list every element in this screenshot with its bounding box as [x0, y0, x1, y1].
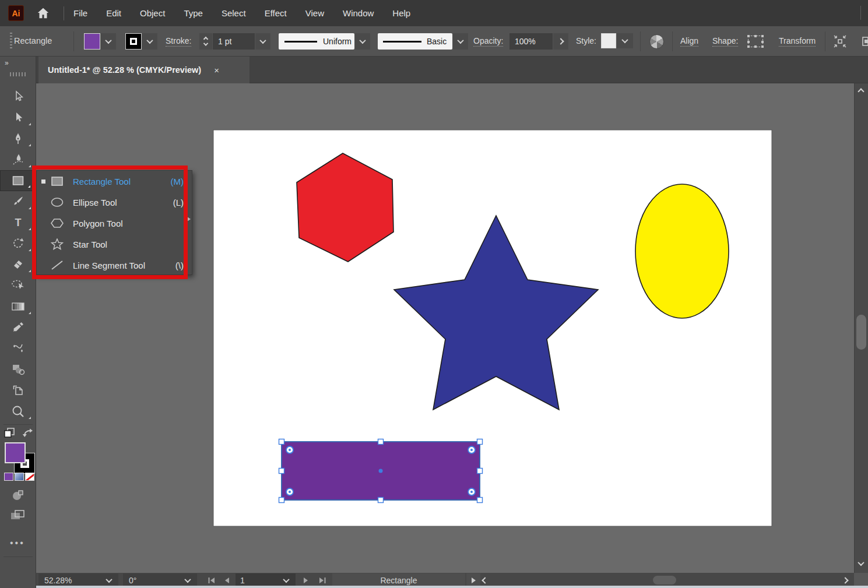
- shape-ellipse[interactable]: [635, 184, 729, 318]
- shape-properties-icon[interactable]: [748, 36, 763, 47]
- flyout-tearoff-arrow-icon[interactable]: [187, 217, 191, 221]
- home-icon[interactable]: [36, 6, 51, 21]
- scroll-down-icon[interactable]: [858, 559, 864, 566]
- current-tool-marker: [41, 179, 45, 184]
- brush-definition-select[interactable]: Basic: [378, 33, 452, 50]
- panel-grip[interactable]: [10, 33, 12, 50]
- tool-rotate[interactable]: [0, 233, 36, 254]
- none-mode-swatch[interactable]: [25, 473, 34, 481]
- stroke-color-swatch[interactable]: [125, 33, 142, 50]
- separator: [73, 31, 74, 51]
- vertical-scroll-thumb[interactable]: [856, 315, 866, 350]
- menu-select[interactable]: Select: [212, 0, 255, 26]
- flyout-item-star-tool[interactable]: Star Tool: [37, 234, 192, 255]
- chevron-down-icon: [203, 41, 208, 45]
- toolbar: » T: [0, 57, 36, 588]
- line-segment-tool-icon: [51, 259, 66, 271]
- menu-effect[interactable]: Effect: [255, 0, 296, 26]
- draw-mode-button[interactable]: [11, 489, 25, 502]
- flyout-item-polygon-tool[interactable]: Polygon Tool: [37, 213, 192, 234]
- tool-gradient[interactable]: [0, 296, 36, 317]
- separator: [640, 31, 641, 51]
- vertical-scrollbar[interactable]: [854, 83, 868, 573]
- toolbar-divider: [3, 424, 33, 425]
- flyout-item-ellipse-tool[interactable]: Ellipse Tool (L): [37, 192, 192, 213]
- control-bar: Rectangle Stroke: 1 pt Uniform Basic Opa…: [0, 26, 868, 57]
- scroll-right-icon[interactable]: [842, 577, 848, 583]
- color-mode-swatch[interactable]: [4, 473, 13, 481]
- tool-type[interactable]: T: [0, 212, 36, 233]
- stroke-color-dropdown[interactable]: [142, 33, 157, 50]
- toolbar-expand-icon[interactable]: »: [5, 59, 8, 67]
- scroll-up-icon[interactable]: [858, 88, 864, 94]
- shape-label[interactable]: Shape:: [712, 36, 738, 47]
- fill-indicator[interactable]: [5, 442, 26, 463]
- brush-value: Basic: [427, 37, 447, 46]
- style-dropdown[interactable]: [617, 33, 633, 48]
- stroke-weight-dropdown[interactable]: [255, 33, 270, 50]
- menu-type[interactable]: Type: [174, 0, 212, 26]
- align-button[interactable]: Align: [680, 36, 698, 47]
- chevron-down-icon: [146, 37, 153, 44]
- tool-rectangle[interactable]: [0, 170, 36, 191]
- tool-curvature[interactable]: [0, 149, 36, 170]
- tool-zoom[interactable]: [0, 401, 36, 422]
- transform-button[interactable]: Transform: [779, 36, 816, 47]
- default-fill-stroke-icon[interactable]: [3, 427, 16, 439]
- width-profile-value: Uniform: [323, 37, 352, 46]
- tool-lasso-select[interactable]: [0, 275, 36, 296]
- menu-object[interactable]: Object: [131, 0, 174, 26]
- recolor-artwork-icon[interactable]: [649, 34, 664, 49]
- menu-edit[interactable]: Edit: [97, 0, 131, 26]
- app-logo-icon[interactable]: Ai: [8, 5, 24, 21]
- menu-help[interactable]: Help: [383, 0, 420, 26]
- tool-direct-selection[interactable]: [0, 107, 36, 128]
- chevron-down-icon: [359, 37, 366, 44]
- stroke-weight-field[interactable]: 1 pt: [213, 33, 255, 50]
- menu-window[interactable]: Window: [333, 0, 383, 26]
- style-swatch[interactable]: [601, 33, 616, 48]
- flyout-item-rectangle-tool[interactable]: Rectangle Tool (M): [37, 171, 192, 192]
- stroke-weight-label[interactable]: Stroke:: [166, 36, 191, 47]
- close-tab-icon[interactable]: ×: [214, 65, 219, 75]
- isolate-selection-icon[interactable]: [832, 34, 848, 49]
- brush-dropdown[interactable]: [453, 33, 468, 50]
- fill-color-dropdown[interactable]: [101, 33, 116, 50]
- illustrator-window: Ai File Edit Object Type Select Effect V…: [0, 0, 868, 588]
- tool-shape-builder[interactable]: [0, 359, 36, 380]
- tool-eyedropper[interactable]: [0, 317, 36, 338]
- stroke-weight-stepper[interactable]: [199, 33, 212, 50]
- chevron-down-icon: [259, 37, 266, 44]
- chevron-down-icon: [457, 37, 463, 44]
- fill-color-swatch[interactable]: [84, 33, 100, 50]
- screen-mode-button[interactable]: [10, 509, 26, 522]
- document-tab-bar: Untitled-1* @ 52.28 % (CMYK/Preview) ×: [36, 57, 868, 83]
- more-options-icon[interactable]: [862, 34, 868, 49]
- brush-preview: [383, 41, 421, 43]
- menu-file[interactable]: File: [64, 0, 97, 26]
- variable-width-profile-select[interactable]: Uniform: [279, 33, 354, 50]
- tool-artboard[interactable]: [0, 380, 36, 401]
- scroll-left-icon[interactable]: [482, 577, 488, 583]
- horizontal-scroll-thumb[interactable]: [653, 576, 676, 585]
- toolbar-grip[interactable]: [10, 72, 26, 76]
- variable-width-dropdown[interactable]: [355, 33, 370, 50]
- opacity-panel-button[interactable]: [553, 33, 568, 50]
- canvas[interactable]: [36, 83, 854, 573]
- tool-eraser[interactable]: [0, 254, 36, 275]
- swap-fill-stroke-icon[interactable]: [22, 427, 34, 439]
- flyout-item-line-segment-tool[interactable]: Line Segment Tool (\): [37, 255, 192, 276]
- opacity-field[interactable]: 100%: [509, 33, 553, 50]
- menu-view[interactable]: View: [296, 0, 333, 26]
- edit-toolbar-button[interactable]: •••: [10, 538, 25, 548]
- toolbar-divider: [3, 557, 33, 557]
- rectangle-tool-icon: [51, 175, 66, 187]
- svg-text:T: T: [15, 217, 22, 228]
- tool-selection[interactable]: [0, 86, 36, 107]
- tool-paintbrush[interactable]: [0, 191, 36, 212]
- opacity-label[interactable]: Opacity:: [473, 36, 503, 47]
- gradient-mode-swatch[interactable]: [15, 473, 24, 481]
- tool-blend[interactable]: [0, 338, 36, 359]
- document-tab[interactable]: Untitled-1* @ 52.28 % (CMYK/Preview) ×: [38, 57, 249, 83]
- tool-pen[interactable]: [0, 128, 36, 149]
